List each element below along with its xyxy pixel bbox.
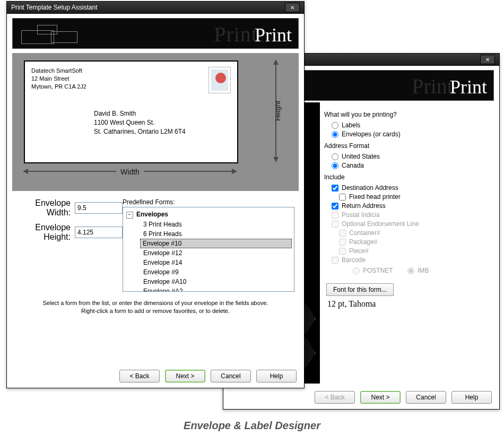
height-dimension: Height (273, 60, 280, 161)
destination-address: David B. Smith 1100 West Queen St. St. C… (94, 109, 186, 136)
radio-canada[interactable]: Canada (332, 162, 492, 169)
envelope-preview-area: Datatech SmartSoft 12 Main Street Mytown… (12, 53, 299, 191)
check-fixed-head[interactable]: Fixed head printer (339, 193, 492, 201)
collapse-icon[interactable]: − (126, 212, 133, 219)
predefined-forms: Predefined Forms: −Envelopes3 Print Head… (123, 198, 294, 292)
button-bar-front: < Back Next > Cancel Help (119, 370, 297, 382)
forms-tree-item[interactable]: Envelope #14 (123, 258, 294, 267)
help-button[interactable]: Help (451, 391, 492, 404)
next-button[interactable]: Next > (165, 370, 205, 382)
predefined-forms-label: Predefined Forms: (123, 198, 294, 206)
stamp-icon (208, 67, 231, 93)
window-title: Print Template Setup Assistant (11, 4, 98, 11)
envelope-height-label: Envelope Height: (18, 223, 71, 242)
figure-caption: Envelope & Label Designer (0, 420, 504, 432)
banner-ghost-text: Print (214, 22, 258, 46)
titlebar-front[interactable]: Print Template Setup Assistant ✕ (7, 2, 304, 14)
check-destination-address[interactable]: Destination Address (332, 184, 492, 192)
predefined-forms-list[interactable]: −Envelopes3 Print Heads6 Print HeadsEnve… (123, 207, 294, 292)
return-address: Datatech SmartSoft 12 Main Street Mytown… (31, 67, 86, 91)
font-button[interactable]: Font for this form... (326, 283, 394, 296)
print-template-window: Print Template Setup Assistant ✕ PrintPr… (6, 1, 305, 388)
forms-tree-item[interactable]: Envelope #A10 (123, 277, 294, 286)
envelope-preview: Datatech SmartSoft 12 Main Street Mytown… (24, 60, 238, 163)
banner-solid-text: Print (255, 24, 292, 46)
width-dimension: Width (24, 167, 236, 179)
check-package[interactable]: Package# (339, 238, 492, 246)
button-bar-back: < Back Next > Cancel Help (315, 391, 492, 404)
include-label: Include (324, 173, 492, 181)
banner-front: PrintPrint (12, 18, 299, 49)
close-icon[interactable]: ✕ (285, 3, 300, 12)
check-return-address[interactable]: Return Address (332, 202, 492, 210)
next-button[interactable]: Next > (360, 391, 401, 404)
envelope-width-input[interactable] (75, 202, 123, 214)
forms-tree-item[interactable]: Envelope #10 (140, 239, 292, 248)
font-sample: 12 pt, Tahoma (327, 299, 492, 309)
envelope-height-input[interactable] (75, 227, 123, 238)
banner-ghost-text: Print (412, 74, 453, 98)
dimension-inputs: Envelope Width: Envelope Height: (18, 198, 123, 292)
options-panel: What will you be printing? Labels Envelo… (324, 107, 492, 309)
decor-rect-icon (51, 31, 77, 43)
question-printing: What will you be printing? (324, 111, 492, 118)
radio-imb[interactable]: IMB (407, 267, 429, 274)
check-postal-indicia[interactable]: Postal Indicia (332, 211, 492, 219)
cancel-button[interactable]: Cancel (211, 370, 251, 382)
forms-tree-item[interactable]: Envelope #A2 (123, 286, 294, 292)
check-barcode[interactable]: Barcode (332, 256, 492, 264)
forms-tree-item[interactable]: 3 Print Heads (123, 220, 294, 229)
hint-text: Select a form from the list, or enter th… (20, 299, 291, 316)
forms-tree-item[interactable]: Envelope #9 (123, 267, 294, 277)
radio-labels[interactable]: Labels (332, 121, 492, 129)
cancel-button[interactable]: Cancel (406, 391, 446, 404)
check-piece[interactable]: Piece# (339, 247, 492, 255)
forms-tree-item[interactable]: 6 Print Heads (123, 229, 294, 239)
radio-united-states[interactable]: United States (332, 153, 492, 160)
barcode-options: POSTNET IMB (345, 265, 492, 276)
check-container[interactable]: Container# (339, 229, 492, 237)
banner-solid-text: Print (450, 76, 487, 98)
help-button[interactable]: Help (256, 370, 297, 382)
close-icon[interactable]: ✕ (480, 55, 495, 64)
forms-tree-item[interactable]: Envelope #12 (123, 248, 294, 258)
check-oel[interactable]: Optional Endorsement Line (332, 220, 492, 228)
envelope-width-label: Envelope Width: (18, 198, 71, 218)
radio-envelopes[interactable]: Envelopes (or cards) (332, 130, 492, 138)
question-address-format: Address Format (324, 142, 492, 150)
back-button[interactable]: < Back (315, 391, 355, 404)
forms-tree-parent[interactable]: −Envelopes (123, 210, 294, 220)
back-button[interactable]: < Back (119, 370, 160, 382)
radio-postnet[interactable]: POSTNET (353, 267, 393, 274)
